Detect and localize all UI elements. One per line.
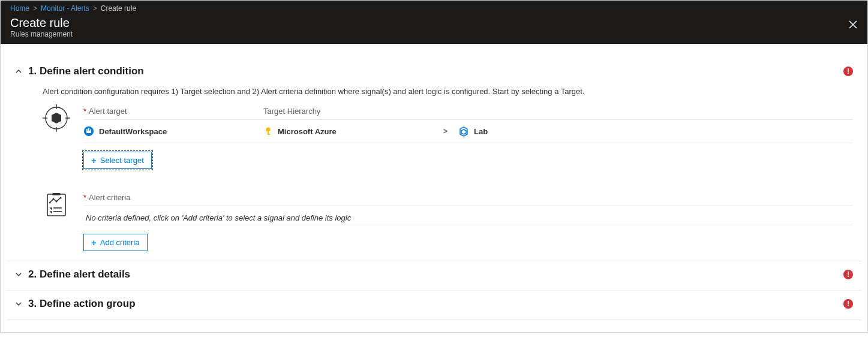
top-bar: Home > Monitor - Alerts > Create rule Cr…	[1, 1, 867, 44]
chevron-down-icon	[15, 300, 22, 307]
close-icon	[848, 20, 858, 29]
page-subtitle: Rules management	[10, 30, 858, 38]
breadcrumb: Home > Monitor - Alerts > Create rule	[10, 1, 858, 13]
chevron-up-icon	[15, 68, 22, 75]
alert-target-label: Alert target	[89, 107, 127, 116]
svg-rect-12	[90, 129, 91, 131]
section-header-3[interactable]: 3. Define action group !	[15, 298, 853, 310]
target-icon	[43, 104, 70, 132]
error-icon: !	[843, 67, 853, 76]
svg-point-19	[49, 202, 51, 204]
section-header-1[interactable]: 1. Define alert condition !	[15, 65, 853, 77]
breadcrumb-current: Create rule	[101, 4, 136, 13]
chevron-right-icon: >	[443, 127, 447, 135]
section-define-action-group: 3. Define action group !	[7, 290, 861, 320]
section-header-2[interactable]: 2. Define alert details !	[15, 268, 853, 280]
chevron-right-icon: >	[93, 4, 97, 13]
svg-rect-18	[47, 194, 65, 216]
alert-criteria-label: Alert criteria	[89, 193, 130, 202]
add-criteria-button-label: Add criteria	[100, 238, 140, 247]
section-define-alert-details: 2. Define alert details !	[7, 261, 861, 290]
main-content: 1. Define alert condition ! Alert condit…	[1, 44, 867, 332]
svg-marker-16	[461, 129, 466, 134]
key-icon	[263, 126, 273, 136]
hierarchy-subscription: Microsoft Azure	[278, 127, 337, 136]
svg-marker-7	[52, 113, 61, 123]
svg-rect-11	[88, 128, 89, 131]
section-title-3: 3. Define action group	[28, 298, 136, 310]
close-button[interactable]	[847, 19, 859, 31]
required-asterisk: *	[83, 193, 86, 202]
add-criteria-button[interactable]: + Add criteria	[83, 234, 148, 251]
page-title: Create rule	[10, 16, 858, 30]
plus-icon: +	[91, 156, 97, 165]
alert-target-block: *Alert target Target Hierarchy	[43, 107, 853, 169]
criteria-icon	[43, 191, 70, 218]
svg-point-21	[56, 201, 58, 203]
plus-icon: +	[91, 238, 97, 247]
select-target-button-label: Select target	[100, 156, 144, 165]
svg-point-22	[60, 197, 62, 199]
svg-rect-15	[268, 134, 270, 135]
error-icon: !	[843, 299, 853, 309]
select-target-button[interactable]: + Select target	[83, 152, 152, 169]
hierarchy-resource-group: Lab	[474, 127, 488, 136]
target-hierarchy-label: Target Hierarchy	[263, 107, 320, 116]
breadcrumb-monitor-alerts[interactable]: Monitor - Alerts	[41, 4, 89, 13]
criteria-empty-text: No criteria defined, click on 'Add crite…	[83, 206, 853, 225]
section-define-alert-condition: 1. Define alert condition ! Alert condit…	[7, 58, 861, 261]
section-title-1: 1. Define alert condition	[28, 65, 144, 77]
error-icon: !	[843, 270, 853, 279]
workspace-icon	[83, 126, 94, 137]
chevron-right-icon: >	[33, 4, 37, 13]
resource-group-icon	[458, 126, 469, 137]
section-description: Alert condition configuration requires 1…	[43, 87, 853, 96]
svg-rect-10	[86, 129, 88, 131]
breadcrumb-home[interactable]: Home	[10, 4, 29, 13]
alert-criteria-block: *Alert criteria No criteria defined, cli…	[43, 193, 853, 251]
required-asterisk: *	[83, 107, 86, 116]
alert-target-value: DefaultWorkspace	[99, 127, 167, 136]
svg-point-20	[53, 198, 55, 200]
section-title-2: 2. Define alert details	[28, 268, 130, 280]
chevron-down-icon	[15, 271, 22, 278]
svg-rect-9	[86, 131, 91, 133]
